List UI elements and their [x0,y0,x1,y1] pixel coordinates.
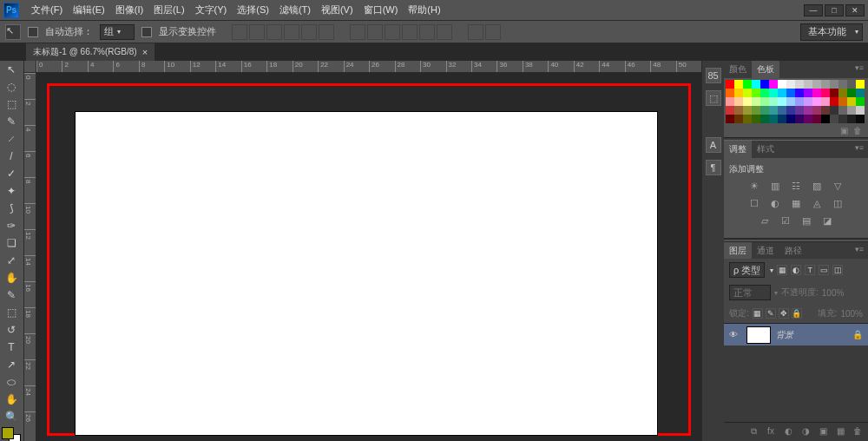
swatch-cell[interactable] [795,115,804,123]
distribute-left-icon[interactable] [402,24,418,40]
adjustment-icon[interactable]: ▦ [789,198,803,210]
swatch-cell[interactable] [856,97,865,106]
swatch-cell[interactable] [786,106,795,115]
auto-select-dropdown[interactable]: 组 ▾ [100,24,135,40]
layers-panel-menu[interactable]: ▾≡ [851,242,868,259]
filter-pixel-icon[interactable]: ▦ [777,265,787,275]
mode-3d-icon[interactable] [485,24,501,40]
swatch-cell[interactable] [778,97,786,106]
swatch-cell[interactable] [752,115,760,123]
tool-0[interactable]: ↖ [0,61,23,78]
auto-select-checkbox[interactable] [28,27,38,37]
swatch-cell[interactable] [778,89,786,97]
filter-shape-icon[interactable]: ▭ [819,265,829,275]
align-right-icon[interactable] [319,24,334,40]
filter-smart-icon[interactable]: ◫ [832,265,843,275]
swatch-cell[interactable] [804,106,812,115]
swatch-cell[interactable] [743,89,752,97]
filter-adjust-icon[interactable]: ◐ [791,265,801,275]
foreground-swatch[interactable] [2,427,14,439]
swatch-cell[interactable] [830,97,838,106]
swatch-cell[interactable] [734,106,743,115]
swatch-cell[interactable] [734,89,743,97]
distribute-right-icon[interactable] [437,24,452,40]
blend-mode-dropdown[interactable]: 正常 [729,285,771,300]
layer-mask-icon[interactable]: ◐ [781,426,795,438]
swatch-cell[interactable] [760,115,769,123]
swatch-cell[interactable] [786,97,795,106]
ruler-vertical[interactable]: 02468101214161820222426 [24,73,36,441]
swatch-cell[interactable] [812,115,821,123]
layers-empty-area[interactable] [724,346,868,422]
minimize-button[interactable]: — [804,4,823,16]
swatch-cell[interactable] [821,80,830,89]
tool-16[interactable]: T [0,339,23,356]
layer-item-background[interactable]: 👁 背景 🔒 [724,323,868,346]
swatch-cell[interactable] [830,89,838,97]
swatch-cell[interactable] [847,80,856,89]
viewport[interactable] [36,73,701,441]
distribute-top-icon[interactable] [350,24,365,40]
swatch-cell[interactable] [804,89,812,97]
ruler-horizontal[interactable]: 0246810121416182022242628303234363840424… [36,61,701,73]
lock-position-icon[interactable]: ✥ [779,308,789,319]
swatch-cell[interactable] [752,106,760,115]
swatch-cell[interactable] [847,97,856,106]
menu-window[interactable]: 窗口(W) [358,1,404,19]
swatch-cell[interactable] [760,89,769,97]
tool-11[interactable]: ⤢ [0,252,23,269]
swatch-cell[interactable] [838,97,847,106]
distribute-vcenter-icon[interactable] [367,24,383,40]
swatch-cell[interactable] [726,106,734,115]
maximize-button[interactable]: □ [825,4,844,16]
swatch-cell[interactable] [752,80,760,89]
swatch-cell[interactable] [830,106,838,115]
adjustment-icon[interactable]: ◪ [820,215,834,227]
swatch-cell[interactable] [743,106,752,115]
swatch-cell[interactable] [760,106,769,115]
tool-8[interactable]: ⟆ [0,200,23,217]
swatch-cell[interactable] [838,106,847,115]
adjustment-icon[interactable]: ◐ [768,198,782,210]
move-tool-icon[interactable]: ↖ [5,24,21,40]
adjustment-icon[interactable]: ☐ [747,198,761,210]
align-vcenter-icon[interactable] [249,24,265,40]
lock-all-icon[interactable]: 🔒 [792,308,802,319]
adjustment-icon[interactable]: ☷ [789,181,803,193]
swatch-cell[interactable] [726,80,734,89]
lock-pixels-icon[interactable]: ✎ [766,308,776,319]
tab-layers[interactable]: 图层 [724,242,752,259]
tool-7[interactable]: ✦ [0,182,23,200]
swatch-cell[interactable] [856,80,865,89]
swatch-cell[interactable] [812,106,821,115]
swatch-cell[interactable] [812,97,821,106]
swatch-cell[interactable] [821,89,830,97]
swatch-cell[interactable] [804,115,812,123]
tool-20[interactable]: 🔍 [0,408,23,425]
adjustment-icon[interactable]: ☑ [779,215,792,227]
tab-paths[interactable]: 路径 [779,242,807,259]
swatch-cell[interactable] [778,115,786,123]
swatch-cell[interactable] [734,97,743,106]
swatch-cell[interactable] [752,89,760,97]
lock-transparent-icon[interactable]: ▦ [753,308,763,319]
show-transform-checkbox[interactable] [141,27,152,37]
swatch-cell[interactable] [830,115,838,123]
history-icon[interactable]: 85 [706,68,721,83]
auto-align-icon[interactable] [468,24,483,40]
menu-type[interactable]: 文字(Y) [190,1,233,19]
adjustment-icon[interactable]: ▽ [831,181,845,193]
swatch-cell[interactable] [821,106,830,115]
paragraph-icon[interactable]: ¶ [706,160,721,175]
document-tab[interactable]: 未标题-1 @ 66.7%(RGB/8) × [26,43,155,61]
tool-13[interactable]: ✎ [0,286,23,304]
swatch-cell[interactable] [856,106,865,115]
swatch-cell[interactable] [778,106,786,115]
swatch-cell[interactable] [795,89,804,97]
menu-image[interactable]: 图像(I) [110,1,148,19]
tab-color[interactable]: 颜色 [724,61,752,78]
swatch-cell[interactable] [778,80,786,89]
menu-file[interactable]: 文件(F) [26,1,68,19]
new-group-icon[interactable]: ▣ [816,426,830,438]
adjustment-icon[interactable]: ▤ [799,215,813,227]
